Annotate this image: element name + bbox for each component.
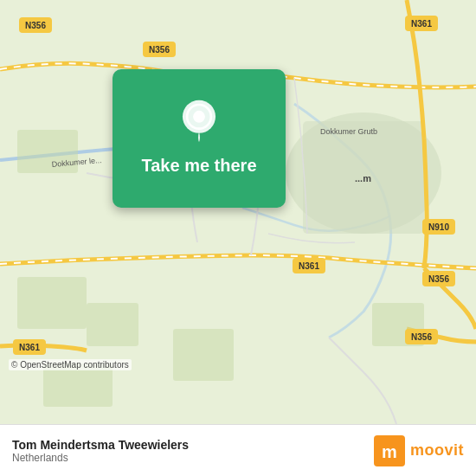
svg-rect-8 — [173, 329, 234, 381]
svg-point-30 — [193, 110, 205, 122]
svg-text:...m: ...m — [355, 173, 371, 183]
svg-text:N356: N356 — [25, 21, 46, 30]
map-container: N356 N356 N361 N361 N361 N910 N356 N356 … — [0, 0, 476, 424]
moovit-text: moovit — [410, 441, 464, 460]
svg-text:m: m — [382, 442, 397, 461]
location-pin-icon — [177, 99, 222, 144]
svg-rect-4 — [17, 277, 87, 329]
svg-text:N356: N356 — [149, 45, 170, 55]
popup-card: Take me there — [113, 69, 286, 208]
take-me-there-button[interactable]: Take me there — [132, 152, 265, 179]
svg-text:Dokkumer Grutb: Dokkumer Grutb — [320, 127, 377, 136]
svg-text:N356: N356 — [428, 274, 449, 284]
svg-text:N356: N356 — [411, 332, 432, 342]
copyright-text: © OpenStreetMap contributors — [9, 359, 132, 370]
location-name: Tom Meindertsma Tweewielers — [12, 438, 189, 452]
location-country: Netherlands — [12, 452, 189, 464]
svg-rect-5 — [87, 303, 138, 346]
moovit-logo: m moovit — [374, 435, 464, 466]
svg-text:N361: N361 — [299, 261, 319, 271]
svg-text:N361: N361 — [411, 19, 432, 29]
location-info: Tom Meindertsma Tweewielers Netherlands — [12, 438, 189, 464]
svg-text:N361: N361 — [19, 343, 40, 352]
moovit-icon: m — [374, 435, 405, 466]
bottom-bar: Tom Meindertsma Tweewielers Netherlands … — [0, 424, 476, 476]
svg-text:N910: N910 — [428, 222, 449, 232]
